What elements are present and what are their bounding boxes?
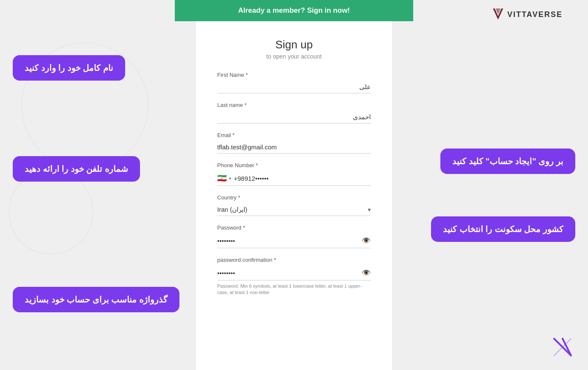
password-confirm-group: password confirmation * 👁️ Password. Min… [217, 257, 371, 296]
logo-area: VITTAVERSE [491, 7, 563, 22]
phone-chevron-icon[interactable]: ▾ [229, 176, 231, 181]
country-chevron-icon: ▾ [368, 206, 371, 213]
last-name-label: Last name * [217, 102, 371, 108]
banner-left-spacer [0, 0, 175, 21]
form-card: Sign up to open your account First Name … [196, 21, 392, 370]
bottom-right-decorative-icon [550, 334, 575, 362]
corner-icon-svg [550, 334, 575, 360]
banner-center[interactable]: Already a member? Sign in now! [175, 0, 413, 21]
left-annotation-1: نام کامل خود را وارد کنید [13, 55, 125, 81]
password-confirm-label: password confirmation * [217, 257, 371, 263]
right-panel: بر روی "ایجاد حساب" کلید کنید کشور محل س… [392, 21, 588, 370]
phone-field: 🇮🇷 ▾ [217, 171, 371, 186]
page-wrapper: VITTAVERSE Already a member? Sign in now… [0, 0, 588, 370]
password-field: 👁️ [217, 233, 371, 248]
last-name-input[interactable] [217, 111, 371, 123]
left-panel: نام کامل خود را وارد کنید شماره تلفن خود… [0, 21, 196, 370]
form-subtitle: to open your account [217, 53, 371, 60]
email-group: Email * [217, 132, 371, 154]
country-group: Country * Iran (ایران) United States Ger… [217, 194, 371, 216]
password-input[interactable] [217, 237, 361, 244]
country-field: Iran (ایران) United States Germany Franc… [217, 203, 371, 216]
first-name-label: First Name * [217, 72, 371, 78]
password-hint: Password. Min 6 symbols, at least 1 lowe… [217, 283, 371, 296]
email-label: Email * [217, 132, 371, 138]
password-confirm-input[interactable] [217, 269, 361, 277]
logo-text: VITTAVERSE [507, 10, 563, 19]
left-annotation-3: گذرواژه مناسب برای حساب خود بسازید [13, 287, 179, 312]
country-select[interactable]: Iran (ایران) United States Germany Franc… [217, 206, 368, 213]
password-group: Password * 👁️ [217, 224, 371, 248]
main-area: نام کامل خود را وارد کنید شماره تلفن خود… [0, 21, 588, 370]
first-name-input[interactable] [217, 81, 371, 93]
password-confirm-field: 👁️ [217, 266, 371, 280]
email-input[interactable] [217, 141, 371, 154]
right-annotation-2: کشور محل سکونت را انتخاب کنید [431, 216, 575, 242]
right-annotation-1: بر روی "ایجاد حساب" کلید کنید [440, 149, 575, 174]
phone-label: Phone Number * [217, 162, 371, 168]
iran-flag-icon: 🇮🇷 [217, 174, 227, 183]
eye-toggle-icon[interactable]: 👁️ [361, 236, 371, 245]
password-label: Password * [217, 224, 371, 231]
country-label: Country * [217, 194, 371, 201]
eye-confirm-toggle-icon[interactable]: 👁️ [361, 268, 371, 278]
left-annotation-2: شماره تلفن خود را ارائه دهید [13, 156, 140, 182]
logo-icon [491, 7, 505, 22]
phone-input[interactable] [234, 175, 371, 182]
form-title: Sign up [217, 38, 371, 51]
banner-text: Already a member? Sign in now! [238, 6, 350, 15]
last-name-group: Last name * [217, 102, 371, 123]
phone-group: Phone Number * 🇮🇷 ▾ [217, 162, 371, 186]
first-name-group: First Name * [217, 72, 371, 93]
